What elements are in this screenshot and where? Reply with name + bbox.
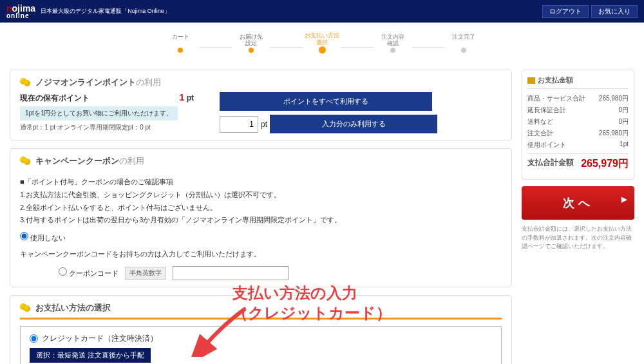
coupon-note-2: 2.全額ポイント払いをすると、ポイント付与はございません。 (20, 202, 502, 215)
points-current-label: 現在の保有ポイント (20, 93, 90, 104)
next-button[interactable]: 次へ (522, 186, 634, 220)
summary-note: 支払合計金額には、選択したお支払い方法の手数料が加算されます。次の注文内容確認ペ… (522, 225, 634, 251)
step-cart: カート (172, 34, 189, 46)
favorites-button[interactable]: お気に入り (591, 5, 638, 18)
coupon-code-input[interactable] (173, 266, 289, 280)
shipping-selection-bar: 選択：最短発送 注文直後から手配 (30, 348, 151, 363)
summary-header: お支払金額 (538, 75, 573, 85)
points-note: 1ptを1円分としてお買い物にご利用いただけます。 (20, 106, 178, 120)
points-panel: ノジマオンラインポイントの利用 現在の保有ポイント 1 pt 1ptを1円分とし… (10, 70, 512, 140)
coupon-note-1: 1.お支払方法に代金引換、ショッピングクレジット（分割払い）は選択不可です。 (20, 189, 502, 202)
points-input[interactable] (220, 116, 258, 133)
step-payment: お支払い方法選択 (305, 32, 339, 45)
step-delivery: お届け先設定 (240, 34, 263, 46)
logout-button[interactable]: ログアウト (542, 5, 589, 18)
coupon-title: キャンペーンクーポン (35, 156, 119, 166)
total-label: 支払合計金額 (527, 157, 574, 171)
points-title: ノジマオンラインポイント (35, 77, 136, 87)
coupon-prompt: キャンペーンクーポンコードをお持ちの方は入力してご利用いただけます。 (20, 248, 502, 261)
payment-title: お支払い方法の選択 (35, 302, 111, 314)
checkout-progress: カート お届け先設定 お支払い方法選択 注文内容確認 注文完了 (0, 23, 644, 70)
use-all-points-button[interactable]: ポイントをすべて利用する (220, 92, 432, 111)
coin-icon (20, 157, 32, 166)
order-summary-panel: お支払金額 商品・サービス合計265,980円 延長保証合計0円 送料など0円 … (522, 70, 634, 180)
step-complete: 注文完了 (452, 34, 475, 46)
use-input-points-button[interactable]: 入力分のみ利用する (270, 115, 437, 133)
points-breakdown: 通常pt：1 pt オンライン専用期間限定pt：0 pt (20, 123, 194, 132)
coupon-note-3: 3.付与するポイントは出荷の翌日から3か月有効の「ノジマオンライン専用期間限定ポ… (20, 214, 502, 227)
coupon-none-radio[interactable]: 使用しない (20, 234, 66, 242)
coupon-panel: キャンペーンクーポンの利用 ■「ポイント付与」クーポンの場合のご確認事項 1.お… (10, 148, 512, 287)
cart-icon (527, 77, 535, 84)
site-header: nojima online 日本最大級のデジタル家電通販「Nojima Onli… (0, 0, 644, 23)
coupon-code-radio[interactable]: クーポンコード (59, 267, 118, 278)
tagline: 日本最大級のデジタル家電通販「Nojima Online」 (41, 7, 170, 15)
credit-card-radio[interactable]: クレジットカード（注文時決済） (30, 333, 492, 344)
coin-icon (20, 303, 32, 312)
points-current-value: 1 (180, 92, 185, 102)
alnum-badge: 半角英数字 (125, 267, 166, 280)
coupon-note-header: ■「ポイント付与」クーポンの場合のご確認事項 (20, 176, 502, 189)
logo[interactable]: nojima online (6, 4, 35, 19)
step-confirm: 注文内容確認 (381, 34, 404, 46)
total-value: 265,979円 (581, 157, 629, 171)
payment-panel: お支払い方法の選択 クレジットカード（注文時決済） 選択：最短発送 注文直後から… (10, 295, 512, 364)
coin-icon (20, 78, 32, 87)
